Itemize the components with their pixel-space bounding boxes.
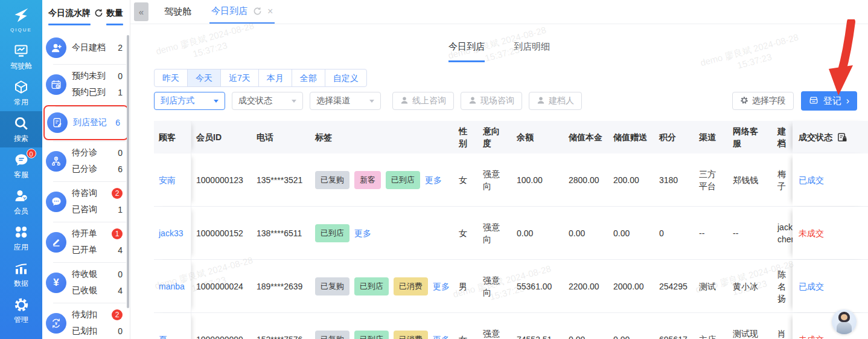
- column-header-label: 渠道: [699, 131, 716, 143]
- table-row[interactable]: 夏1000000099152****7576已复购已到店已消费更多女强意向745…: [154, 313, 868, 339]
- customer-name-link[interactable]: 安南: [159, 174, 176, 186]
- lock-fields-icon[interactable]: [837, 132, 847, 143]
- column-header-points[interactable]: 积分: [654, 121, 694, 153]
- sidebar-item-service[interactable]: 0 客服: [0, 147, 42, 184]
- flow-row-appointment[interactable]: 预约已到 1: [72, 86, 123, 98]
- collapse-sidebar-button[interactable]: «: [134, 2, 148, 21]
- cell-value: 0: [659, 227, 664, 239]
- brand-logo[interactable]: QIQUE: [0, 0, 42, 39]
- flow-row-today-created[interactable]: 今日建档 2: [72, 42, 123, 54]
- flow-group-appointment[interactable]: 预约未到 0 预约已到 1: [42, 64, 130, 105]
- flow-rows: 待开单 1 已开单 4: [72, 228, 130, 256]
- column-header-customer[interactable]: 顾客: [154, 121, 191, 153]
- flow-row-triage[interactable]: 待分诊 0: [72, 147, 123, 159]
- flow-rows: 待分诊 0 已分诊 6: [72, 147, 130, 175]
- content-tab-today-arrivals[interactable]: 今日到店: [448, 41, 485, 62]
- tab-refresh-icon[interactable]: [253, 7, 262, 16]
- flow-row-order[interactable]: 已开单 4: [72, 244, 123, 256]
- date-filter-button[interactable]: 近7天: [220, 69, 259, 87]
- person-filter-online-consult[interactable]: 线上咨询: [392, 92, 454, 110]
- tab-close-icon[interactable]: ×: [267, 6, 273, 17]
- table-row[interactable]: manba1000000024189****2639已复购已到店已消费更多男强意…: [154, 260, 868, 313]
- date-filter-button[interactable]: 今天: [187, 69, 221, 87]
- flow-row-appointment[interactable]: 预约未到 0: [72, 70, 123, 82]
- column-header-gender[interactable]: 性别: [454, 121, 478, 153]
- date-filter-button[interactable]: 自定义: [325, 69, 367, 87]
- column-header-deal-status[interactable]: 成交状态: [793, 121, 868, 153]
- flow-row-deduct[interactable]: 已划扣 0: [72, 325, 123, 337]
- sidebar-item-search[interactable]: 搜索: [0, 111, 42, 147]
- column-header-tags[interactable]: 标签: [310, 121, 454, 153]
- column-header-balance[interactable]: 余额: [512, 121, 564, 153]
- sidebar-item-apps[interactable]: 应用: [0, 220, 42, 256]
- customer-name-link[interactable]: jack33: [159, 227, 183, 239]
- sidebar-item-dashboard[interactable]: 驾驶舱: [0, 39, 42, 75]
- flow-group-deduct[interactable]: ¥ 待划扣 2 已划扣 0: [42, 303, 130, 339]
- flow-row-order[interactable]: 待开单 1: [72, 228, 123, 240]
- column-header-channel[interactable]: 渠道: [694, 121, 728, 153]
- column-header-intent[interactable]: 意向度: [478, 121, 512, 153]
- column-header-label: 成交状态: [799, 131, 832, 143]
- flow-rows: 待咨询 2 已咨询 1: [72, 187, 130, 216]
- cell-value: 1000000024: [196, 280, 243, 292]
- more-tags-link[interactable]: 更多: [433, 334, 450, 339]
- customer-name-link[interactable]: manba: [159, 280, 185, 292]
- cell-value: 强意向: [483, 328, 503, 339]
- window-tab-dashboard[interactable]: 驾驶舱: [164, 0, 191, 24]
- select-fields-button[interactable]: 选择字段: [732, 92, 794, 110]
- column-header-creator[interactable]: 建档: [773, 121, 793, 153]
- sidebar-item-common[interactable]: 常用: [0, 75, 42, 111]
- sidebar-item-data[interactable]: 数据: [0, 256, 42, 292]
- flow-row-cashier[interactable]: 已收银 4: [72, 285, 123, 297]
- flow-group-cashier[interactable]: ¥ 待收银 0 已收银 4: [42, 262, 130, 303]
- flow-group-order[interactable]: 待开单 1 已开单 4: [42, 222, 130, 262]
- window-tab-today-arrivals[interactable]: 今日到店 ×: [209, 0, 275, 24]
- column-header-member-id[interactable]: 会员ID: [191, 121, 252, 153]
- more-tags-link[interactable]: 更多: [354, 227, 371, 239]
- column-header-stored-principal[interactable]: 储值本金: [564, 121, 608, 153]
- select-channel[interactable]: 选择渠道: [310, 92, 381, 110]
- flow-row-deduct[interactable]: 待划扣 2: [72, 309, 123, 321]
- column-header-online-cs[interactable]: 网络客服: [728, 121, 773, 153]
- assistant-avatar[interactable]: [832, 309, 857, 334]
- cell-value: 695617: [659, 334, 688, 339]
- table-row[interactable]: jack331000000152138****6511已到店更多女强意向0.00…: [154, 207, 868, 260]
- sidebar-item-member[interactable]: v 会员: [0, 184, 42, 220]
- cell-online-cs: 黄小冰: [728, 260, 773, 312]
- cell-member-id: 1000000123: [191, 153, 252, 206]
- flow-row-cashier[interactable]: 待收银 0: [72, 268, 123, 280]
- flow-group-triage[interactable]: 待分诊 0 已分诊 6: [42, 141, 130, 181]
- table-row[interactable]: 安南1000000123135****3521已复购新客已到店更多女强意向100…: [154, 153, 868, 207]
- flow-row-triage[interactable]: 已分诊 6: [72, 163, 123, 175]
- person-filter-creator[interactable]: 建档人: [529, 92, 582, 110]
- flow-row-consult[interactable]: 已咨询 1: [72, 204, 123, 216]
- flow-row-consult[interactable]: 待咨询 2: [72, 187, 123, 199]
- select-deal-status[interactable]: 成交状态: [232, 92, 303, 110]
- refresh-icon[interactable]: [94, 8, 103, 18]
- content-tab-arrival-detail[interactable]: 到店明细: [514, 41, 550, 62]
- column-header-stored-bonus[interactable]: 储值赠送: [608, 121, 654, 153]
- more-tags-link[interactable]: 更多: [425, 174, 442, 186]
- column-header-phone[interactable]: 电话: [252, 121, 310, 153]
- register-button[interactable]: 登记 ›: [801, 91, 857, 111]
- cell-value: 0.00: [569, 227, 585, 239]
- tag-list: 已复购已到店已消费更多: [315, 277, 450, 295]
- sidebar-item-admin[interactable]: 管理: [0, 292, 42, 329]
- flow-group-store-register[interactable]: 到店登记 6: [43, 105, 129, 140]
- select-arrival-method[interactable]: 到店方式: [154, 92, 225, 110]
- date-filter-button[interactable]: 全部: [292, 69, 325, 87]
- cell-points: 254295: [654, 260, 694, 312]
- cell-customer: manba: [154, 260, 191, 312]
- date-filter-button[interactable]: 本月: [258, 69, 292, 87]
- flow-group-consult[interactable]: 待咨询 2 已咨询 1: [42, 181, 130, 222]
- flow-row-store-register[interactable]: 到店登记 6: [73, 117, 120, 129]
- date-filter-button[interactable]: 昨天: [154, 69, 188, 87]
- person-filter-onsite-consult[interactable]: 现场咨询: [461, 92, 522, 110]
- more-tags-link[interactable]: 更多: [433, 280, 450, 292]
- chevron-down-icon: [292, 100, 296, 103]
- scrollbar[interactable]: [127, 35, 129, 308]
- cell-creator: 陈名扬: [773, 260, 793, 312]
- flow-group-today-created[interactable]: 今日建档 2: [42, 31, 130, 64]
- cell-value: 0.00: [613, 227, 630, 239]
- customer-name-link[interactable]: 夏: [159, 334, 167, 339]
